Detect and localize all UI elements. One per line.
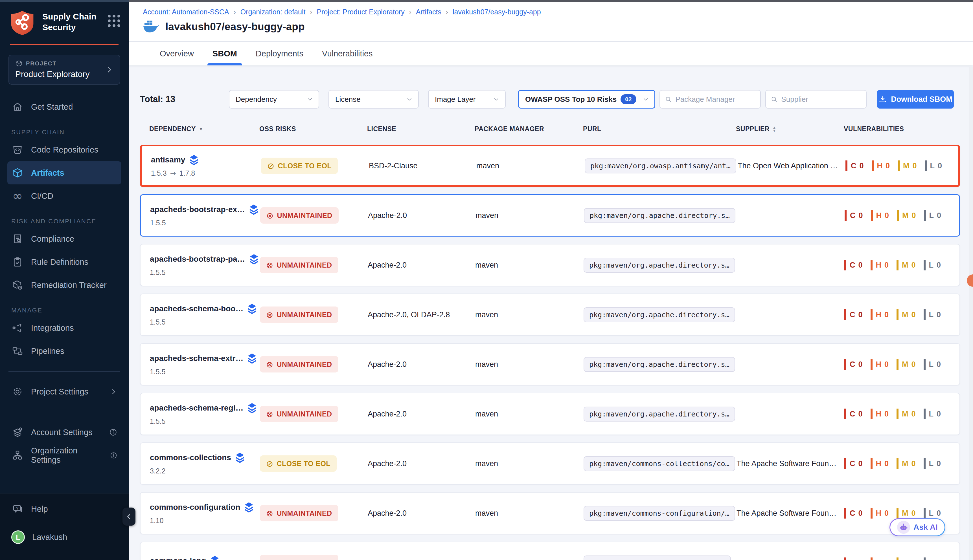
scrollbar-gutter[interactable]	[969, 67, 973, 560]
dependency-cell: apacheds-bootstrap-pa… 1.5.5 →	[150, 245, 259, 286]
table-row[interactable]: commons-configuration 1.10 → ⊗ UNMAINTAI…	[140, 492, 960, 534]
sidebar-item-label: Rule Definitions	[31, 257, 88, 267]
info-icon[interactable]	[109, 428, 117, 437]
package-manager-cell: maven	[475, 195, 498, 236]
info-icon[interactable]	[110, 451, 117, 460]
purl-cell: pkg:maven/commons-configuration/…	[583, 493, 735, 534]
download-sbom-label: Download SBOM	[891, 95, 952, 104]
breadcrumb-link[interactable]: lavakush07/easy-buggy-app	[453, 8, 541, 16]
window-top-strip	[0, 0, 973, 2]
table-row[interactable]: apacheds-schema-boo… 1.5.5 → ⊗ UNMAINTAI…	[140, 293, 960, 336]
compliance-document-icon	[11, 233, 24, 245]
image-layer-filter-dropdown[interactable]: Image Layer	[428, 90, 506, 108]
package-manager-search-input[interactable]	[675, 95, 756, 104]
oss-risk-cell: ⊘ CLOSE TO EOL	[260, 443, 337, 484]
sidebar-item-organization-settings[interactable]: Organization Settings	[7, 444, 121, 467]
table-row[interactable]: commons-collections 3.2.2 → ⊘ CLOSE TO E…	[140, 442, 960, 485]
vuln-critical-indicator: C0	[844, 508, 863, 518]
content-area: Total: 13 Dependency License Image Layer…	[129, 67, 973, 560]
table-row[interactable]: apacheds-bootstrap-pa… 1.5.5 → ⊗ UNMAINT…	[140, 244, 960, 286]
breadcrumb-link[interactable]: Organization: default	[241, 8, 306, 16]
sidebar-item-help[interactable]: ? Help	[7, 497, 121, 520]
supplier-cell: The Open Web Application …	[738, 146, 838, 185]
purl-chip[interactable]: pkg:maven/org.apache.directory.s…	[583, 307, 735, 322]
sidebar-item-label: Project Settings	[31, 387, 88, 397]
vuln-critical-indicator: C0	[844, 359, 863, 370]
sidebar-divider	[8, 412, 120, 412]
gear-icon	[11, 385, 24, 398]
vuln-high-indicator: H0	[871, 408, 889, 419]
breadcrumb-link[interactable]: Project: Product Exploratory	[317, 8, 405, 16]
purl-chip[interactable]: pkg:maven/org.owasp.antisamy/ant…	[585, 158, 736, 173]
purl-chip[interactable]: pkg:maven/org.apache.directory.s…	[583, 258, 735, 273]
sidebar-item-account-settings[interactable]: Account Settings	[7, 421, 121, 444]
sidebar-item-integrations[interactable]: Integrations	[7, 317, 121, 340]
oss-risk-cell: ⊗ UNMAINTAINED	[260, 542, 338, 560]
package-manager-search	[659, 90, 761, 108]
table-row[interactable]: apacheds-schema-extr… 1.5.5 → ⊗ UNMAINTA…	[140, 343, 960, 385]
column-header-supplier[interactable]: SUPPLIER ▲▼	[736, 125, 776, 133]
dependency-filter-dropdown[interactable]: Dependency	[229, 90, 319, 108]
project-selector[interactable]: PROJECT Product Exploratory	[8, 55, 120, 85]
chevron-right-icon	[105, 65, 114, 74]
tab-overview[interactable]: Overview	[160, 42, 194, 65]
sidebar-item-label: Pipelines	[31, 347, 64, 356]
table-row[interactable]: commons-lang → ⊗ UNMAINTAINED Apache-2.0…	[140, 542, 960, 560]
tab-deployments[interactable]: Deployments	[256, 42, 303, 65]
table-row[interactable]: apacheds-bootstrap-ex… 1.5.5 → ⊗ UNMAINT…	[140, 194, 960, 237]
column-header-oss-risks: OSS RISKS	[259, 125, 296, 133]
oss-risk-badge: ⊘ CLOSE TO EOL	[261, 158, 338, 174]
oss-risk-badge: ⊗ UNMAINTAINED	[260, 207, 339, 223]
sidebar-collapse-handle[interactable]	[122, 508, 135, 526]
purl-chip[interactable]: pkg:maven/commons-collections/co…	[583, 456, 735, 471]
supplier-cell: The Apache Software Foun…	[737, 493, 836, 534]
owasp-risks-filter-dropdown[interactable]: OWASP OSS Top 10 Risks 02	[518, 90, 655, 108]
column-header-dependency[interactable]: DEPENDENCY ▼	[149, 125, 204, 133]
sidebar-item-project-settings[interactable]: Project Settings	[7, 380, 121, 403]
sidebar-item-remediation-tracker[interactable]: Remediation Tracker	[7, 273, 121, 297]
sidebar-item-label: Remediation Tracker	[31, 280, 107, 290]
vuln-critical-indicator: C0	[844, 210, 863, 221]
vulnerabilities-cell: C0H0M0L0	[844, 393, 949, 435]
oss-risk-badge: ⊘ CLOSE TO EOL	[260, 455, 337, 472]
artifacts-box-icon	[11, 167, 24, 179]
purl-chip[interactable]: pkg:maven/org.apache.directory.s…	[583, 407, 735, 422]
sidebar-item-cicd[interactable]: ∞ CI/CD	[7, 184, 121, 208]
sidebar-item-compliance[interactable]: Compliance	[7, 227, 121, 250]
table-row[interactable]: antisamy 1.5.3 → 1.7.8 ⊘ CLOSE TO EOL BS…	[140, 145, 960, 187]
layers-icon	[210, 555, 219, 560]
tab-vulnerabilities[interactable]: Vulnerabilities	[322, 42, 373, 65]
purl-cell: pkg:maven/org.apache.directory.s…	[583, 294, 735, 335]
download-sbom-button[interactable]: Download SBOM	[877, 90, 954, 108]
ask-ai-button[interactable]: Ask AI	[889, 518, 945, 536]
risk-status-icon: ⊘	[266, 459, 273, 468]
sidebar-item-get-started[interactable]: Get Started	[7, 95, 121, 118]
sidebar-item-label: Account Settings	[31, 428, 92, 437]
supplier-search-input[interactable]	[781, 95, 861, 104]
sidebar-item-user[interactable]: L Lavakush	[7, 526, 121, 549]
sidebar-item-rule-definitions[interactable]: Rule Definitions	[7, 250, 121, 273]
license-filter-dropdown[interactable]: License	[328, 90, 419, 108]
tab-sbom[interactable]: SBOM	[212, 42, 237, 65]
project-label: PROJECT	[15, 60, 114, 67]
breadcrumb-link[interactable]: Artifacts	[416, 8, 441, 16]
app-switcher-grid-icon[interactable]	[108, 15, 120, 27]
package-manager-cell: maven	[475, 344, 498, 385]
sidebar-item-label: Artifacts	[31, 168, 64, 178]
sidebar-item-code-repositories[interactable]: Code Repositories	[7, 138, 121, 161]
section-manage: MANAGE	[11, 307, 129, 314]
dropdown-label: Image Layer	[435, 95, 476, 104]
table-row[interactable]: apacheds-schema-regi… 1.5.5 → ⊗ UNMAINTA…	[140, 393, 960, 435]
purl-chip[interactable]: pkg:maven/commons-configuration/…	[583, 506, 735, 521]
breadcrumb-link[interactable]: Account: Automation-SSCA	[143, 8, 229, 16]
sidebar-item-pipelines[interactable]: Pipelines	[7, 340, 121, 363]
purl-chip[interactable]: pkg:maven/org.apache.directory.s…	[584, 208, 736, 223]
package-manager-cell: maven	[475, 542, 498, 560]
sidebar-item-artifacts[interactable]: Artifacts	[7, 161, 121, 184]
vuln-high-indicator: H0	[871, 458, 889, 469]
column-header-license: LICENSE	[367, 125, 396, 133]
purl-chip[interactable]: pkg:maven/commons-lang/commons-…	[583, 555, 731, 560]
purl-chip[interactable]: pkg:maven/org.apache.directory.s…	[583, 357, 735, 372]
vuln-critical-indicator: C0	[844, 309, 863, 320]
vuln-high-indicator: H0	[871, 557, 889, 560]
